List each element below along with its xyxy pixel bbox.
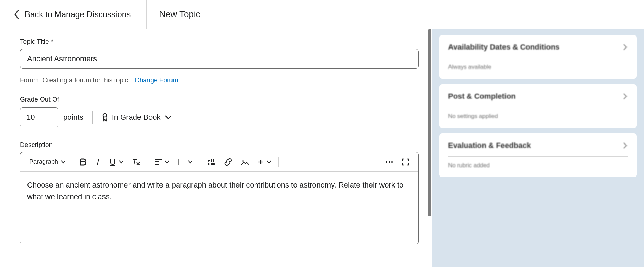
grade-points-input[interactable] [20, 107, 58, 127]
chevron-left-icon [14, 10, 20, 19]
panel-availability[interactable]: Availability Dates & Conditions Always a… [439, 35, 637, 79]
chevron-down-icon [61, 160, 66, 164]
insert-stuff-button[interactable] [203, 155, 220, 169]
chevron-right-icon [622, 142, 628, 149]
panel-subtitle: Always available [448, 64, 628, 71]
description-textarea[interactable]: Choose an ancient astronomer and write a… [20, 172, 418, 244]
description-editor: Paragraph [20, 152, 419, 244]
svg-point-25 [391, 161, 393, 162]
block-style-label: Paragraph [29, 158, 58, 165]
svg-point-23 [386, 161, 387, 162]
fullscreen-icon [402, 158, 409, 166]
back-label: Back to Manage Discussions [25, 10, 131, 19]
svg-point-0 [103, 114, 107, 117]
chevron-right-icon [622, 93, 628, 100]
panel-header[interactable]: Availability Dates & Conditions [448, 43, 628, 52]
editor-toolbar: Paragraph [20, 152, 418, 172]
align-dropdown[interactable] [150, 155, 174, 169]
ribbon-icon [102, 113, 108, 122]
scrollbar-thumb[interactable] [428, 29, 431, 216]
svg-point-20 [242, 160, 244, 162]
svg-line-3 [97, 159, 99, 165]
chevron-right-icon [622, 44, 628, 51]
chevron-down-icon [165, 160, 169, 164]
panel-title: Post & Completion [448, 92, 516, 101]
svg-point-17 [208, 163, 210, 165]
chevron-down-icon [188, 160, 193, 164]
underline-icon [109, 158, 116, 166]
block-style-dropdown[interactable]: Paragraph [25, 155, 70, 169]
divider [200, 157, 200, 167]
panel-divider [448, 58, 628, 58]
link-icon [224, 158, 232, 166]
forum-row: Forum: Creating a forum for this topic C… [20, 76, 428, 84]
chevron-down-icon [267, 160, 271, 164]
in-grade-book-dropdown[interactable]: In Grade Book [102, 113, 172, 122]
align-left-icon [154, 159, 162, 165]
svg-rect-18 [211, 163, 215, 165]
insert-image-button[interactable] [236, 155, 254, 169]
grade-row: points In Grade Book [20, 107, 428, 127]
page-body: Topic Title * Forum: Creating a forum fo… [0, 29, 644, 267]
insert-link-button[interactable] [220, 155, 236, 169]
more-actions-button[interactable] [381, 155, 398, 169]
side-panels: Availability Dates & Conditions Always a… [432, 29, 644, 267]
panel-post-completion[interactable]: Post & Completion No settings applied [439, 84, 637, 128]
divider [73, 157, 73, 167]
panel-title: Availability Dates & Conditions [448, 43, 559, 52]
ellipsis-icon [385, 161, 393, 163]
topic-title-label: Topic Title * [20, 38, 428, 45]
in-grade-book-label: In Grade Book [112, 113, 161, 122]
insert-more-dropdown[interactable] [254, 155, 276, 169]
panel-subtitle: No rubric added [448, 162, 628, 169]
panel-divider [448, 156, 628, 157]
underline-dropdown[interactable] [105, 155, 128, 169]
panel-header[interactable]: Evaluation & Feedback [448, 141, 628, 150]
clear-formatting-button[interactable] [128, 155, 144, 169]
points-label: points [63, 113, 84, 122]
divider [278, 157, 279, 167]
chevron-down-icon [165, 115, 172, 120]
svg-point-9 [178, 159, 179, 161]
italic-button[interactable] [91, 155, 105, 169]
fullscreen-button[interactable] [398, 155, 413, 169]
bold-icon [80, 158, 87, 166]
svg-point-11 [178, 161, 179, 163]
page-title: New Topic [147, 9, 200, 20]
image-icon [241, 159, 249, 165]
panel-evaluation[interactable]: Evaluation & Feedback No rubric added [439, 134, 637, 177]
svg-point-13 [178, 163, 179, 165]
divider [92, 111, 93, 124]
panel-header[interactable]: Post & Completion [448, 92, 628, 101]
list-icon [178, 159, 185, 165]
plus-icon [258, 159, 264, 165]
divider [147, 157, 147, 167]
bold-button[interactable] [76, 155, 91, 169]
insert-stuff-icon [207, 159, 216, 165]
main-scrollbar[interactable] [428, 29, 432, 267]
back-link[interactable]: Back to Manage Discussions [0, 0, 147, 29]
forum-status-text: Forum: Creating a forum for this topic [20, 76, 128, 84]
description-label: Description [20, 141, 428, 149]
panel-divider [448, 107, 628, 107]
list-dropdown[interactable] [174, 155, 197, 169]
topic-title-input[interactable] [20, 49, 419, 69]
panel-title: Evaluation & Feedback [448, 141, 531, 150]
main-form: Topic Title * Forum: Creating a forum fo… [0, 29, 428, 267]
panel-subtitle: No settings applied [448, 113, 628, 120]
italic-icon [95, 158, 101, 166]
grade-label: Grade Out Of [20, 96, 428, 103]
page-header: Back to Manage Discussions New Topic [0, 0, 644, 29]
clear-format-icon [132, 158, 140, 166]
svg-point-24 [389, 161, 390, 162]
change-forum-link[interactable]: Change Forum [135, 76, 178, 84]
chevron-down-icon [119, 160, 124, 164]
